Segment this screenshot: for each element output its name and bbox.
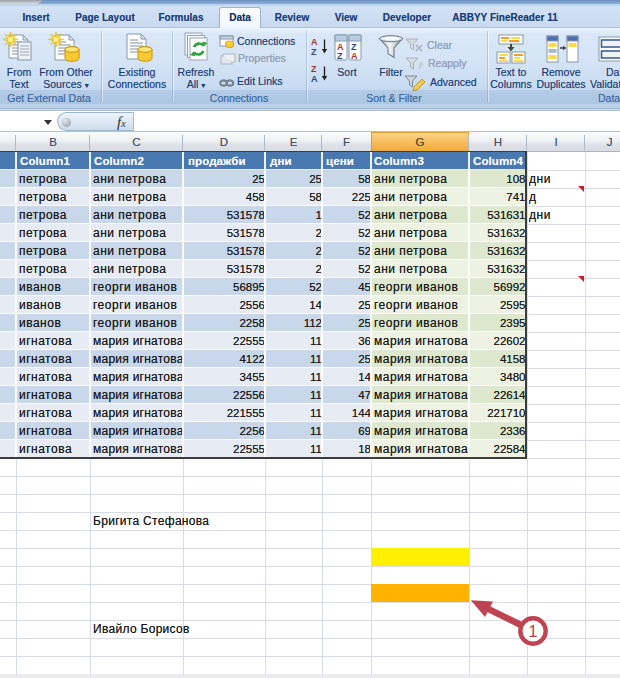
svg-text:A: A — [311, 74, 318, 84]
svg-text:A: A — [311, 37, 318, 47]
svg-text:Z: Z — [337, 51, 343, 61]
svg-text:Z: Z — [311, 47, 317, 57]
svg-text:Z: Z — [311, 64, 317, 74]
svg-text:A: A — [351, 51, 358, 61]
svg-text:1: 1 — [529, 623, 538, 640]
